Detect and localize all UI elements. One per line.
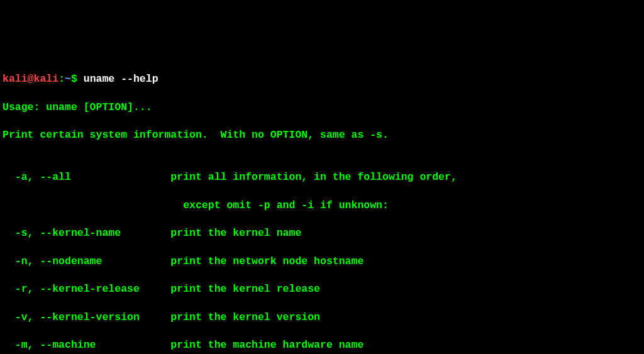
output-desc: Print certain system information. With n… — [3, 128, 641, 142]
output-opt-n: -n, --nodename print the network node ho… — [3, 255, 641, 268]
prompt-host: kali — [34, 73, 59, 85]
prompt-user: kali — [3, 73, 28, 85]
prompt-path: ~ — [65, 73, 71, 85]
output-opt-s: -s, --kernel-name print the kernel name — [3, 226, 641, 240]
output-opt-r: -r, --kernel-release print the kernel re… — [3, 282, 641, 296]
output-opt-a: -a, --all print all information, in the … — [3, 170, 641, 184]
command-text: uname --help — [84, 73, 158, 85]
prompt-dollar: $ — [71, 73, 84, 85]
output-opt-m: -m, --machine print the machine hardware… — [3, 338, 641, 352]
prompt-at: @ — [28, 73, 34, 85]
output-opt-a2: except omit -p and -i if unknown: — [3, 199, 641, 213]
terminal-output[interactable]: kali@kali:~$ uname --help Usage: uname [… — [3, 58, 641, 354]
output-usage: Usage: uname [OPTION]... — [3, 101, 641, 114]
prompt-line-1: kali@kali:~$ uname --help — [3, 72, 641, 86]
prompt-colon: : — [58, 73, 65, 85]
output-opt-v: -v, --kernel-version print the kernel ve… — [3, 311, 641, 324]
